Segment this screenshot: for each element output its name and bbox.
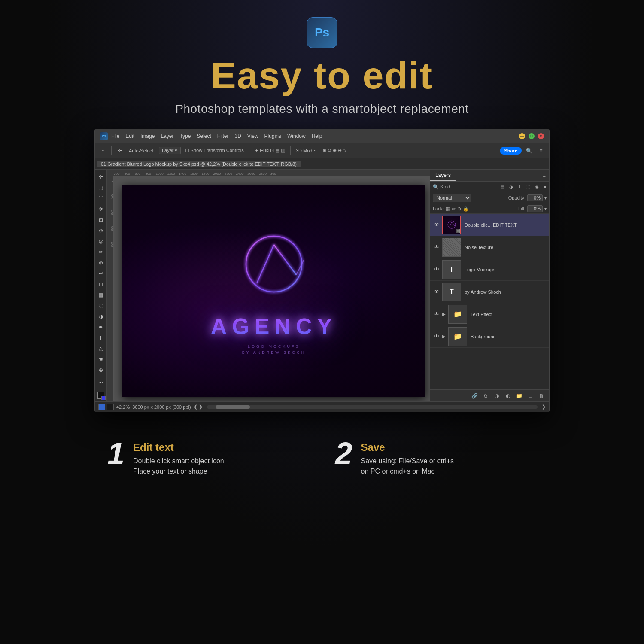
- close-button[interactable]: ✕: [538, 133, 544, 139]
- lock-artboard-icon[interactable]: ⊕: [457, 206, 461, 212]
- eyedropper-tool[interactable]: ⊘: [96, 226, 106, 235]
- lock-pixels-icon[interactable]: ▦: [446, 206, 450, 212]
- menu-layer[interactable]: Layer: [161, 133, 173, 139]
- layer-dropdown[interactable]: Layer ▾: [159, 147, 181, 154]
- text-filter-icon[interactable]: T: [516, 183, 523, 190]
- scrollbar-thumb[interactable]: [216, 405, 250, 409]
- layer-item-noise[interactable]: 👁 Noise Texture: [430, 236, 549, 258]
- select-tool[interactable]: ⬚: [96, 183, 106, 192]
- menu-filter[interactable]: Filter: [217, 133, 229, 139]
- pixel-filter-icon[interactable]: ▤: [499, 183, 506, 190]
- fill-label: Fill:: [518, 206, 526, 211]
- hand-tool[interactable]: ☚: [96, 355, 106, 364]
- zoom-tool[interactable]: ⊕: [96, 365, 106, 375]
- maximize-button[interactable]: □: [529, 133, 535, 139]
- layer-item-by-andrew[interactable]: 👁 T by Andrew Skoch: [430, 281, 549, 303]
- share-button[interactable]: Share: [500, 147, 522, 155]
- foreground-swatch[interactable]: [98, 404, 105, 410]
- background-color[interactable]: [101, 396, 106, 400]
- toolbar-sep1: [111, 146, 112, 155]
- menu-plugins[interactable]: Plugins: [264, 133, 281, 139]
- minimize-button[interactable]: —: [519, 133, 525, 139]
- layer-item-background[interactable]: 👁 ▶ 📁 Background: [430, 325, 549, 348]
- document-dimensions: 3000 px x 2000 px (300 ppi): [132, 404, 191, 410]
- layer-item-smart-object[interactable]: 👁 ⊞: [430, 214, 549, 236]
- lasso-tool[interactable]: ⌒: [96, 194, 106, 203]
- shape-tool[interactable]: △: [96, 344, 106, 353]
- folder-expand-5[interactable]: ▶: [442, 312, 446, 316]
- menu-help[interactable]: Help: [312, 133, 322, 139]
- filter-icon-label: 🔍: [433, 184, 439, 190]
- adjustment-filter-icon[interactable]: ◑: [507, 183, 514, 190]
- blend-mode-select[interactable]: Normal Multiply Screen: [433, 194, 471, 202]
- foreground-color[interactable]: [97, 392, 104, 399]
- move-tool[interactable]: ✛: [96, 172, 106, 182]
- blur-tool[interactable]: ◌: [96, 301, 106, 310]
- extra-tools[interactable]: …: [96, 376, 106, 386]
- agency-canvas: AGENCY LOGO MOCKUPS BY ANDREW SKOCH: [122, 185, 425, 397]
- clone-tool[interactable]: ⊕: [96, 258, 106, 267]
- properties-icon[interactable]: ≡: [536, 146, 546, 155]
- move-tool-icon[interactable]: ✛: [115, 146, 125, 155]
- transform-controls-checkbox[interactable]: ☐ Show Transform Controls: [183, 147, 246, 154]
- text-tool[interactable]: T: [96, 333, 106, 343]
- panel-menu-icon[interactable]: ≡: [543, 173, 546, 178]
- document-tab[interactable]: 01 Gradient Blurred Logo Mockup by Sko4.…: [97, 161, 301, 167]
- layer-name-1: Double clic... EDIT TEXT: [465, 222, 545, 228]
- layer-visibility-3[interactable]: 👁: [433, 266, 440, 273]
- filter-toggle[interactable]: ●: [544, 184, 547, 189]
- menu-view[interactable]: View: [247, 133, 258, 139]
- 3d-mode-label: 3D Mode:: [294, 147, 318, 154]
- delete-layer-icon[interactable]: 🗑: [537, 392, 546, 400]
- layer-visibility-6[interactable]: 👁: [433, 333, 440, 340]
- folder-expand-6[interactable]: ▶: [442, 334, 446, 339]
- home-icon[interactable]: ⌂: [98, 146, 108, 155]
- magic-wand-tool[interactable]: ✲: [96, 204, 106, 214]
- menu-select[interactable]: Select: [197, 133, 211, 139]
- new-layer-icon[interactable]: □: [526, 392, 535, 400]
- add-mask-icon[interactable]: ◑: [492, 392, 501, 400]
- gradient-tool[interactable]: ▦: [96, 290, 106, 300]
- crop-tool[interactable]: ⊡: [96, 215, 106, 225]
- search-icon[interactable]: 🔍: [524, 146, 534, 155]
- menu-edit[interactable]: Edit: [125, 133, 134, 139]
- horizontal-scrollbar[interactable]: [207, 405, 538, 409]
- menu-image[interactable]: Image: [140, 133, 155, 139]
- panel-header-icons: ≡: [543, 170, 549, 181]
- layer-visibility-1[interactable]: 👁: [433, 221, 440, 229]
- shape-filter-icon[interactable]: ⬚: [525, 183, 532, 190]
- layer-item-text-effect[interactable]: 👁 ▶ 📁 Text Effect: [430, 303, 549, 325]
- layer-visibility-4[interactable]: 👁: [433, 288, 440, 296]
- pen-tool[interactable]: ✒: [96, 322, 106, 332]
- titlebar-controls: — □ ✕: [519, 133, 544, 139]
- opacity-value[interactable]: 0%: [527, 194, 543, 201]
- menu-file[interactable]: File: [111, 133, 119, 139]
- adjustment-layer-icon[interactable]: ◐: [504, 392, 512, 400]
- photoshop-window: Ps File Edit Image Layer Type Select Fil…: [94, 129, 550, 412]
- tab-bar: 01 Gradient Blurred Logo Mockup by Sko4.…: [95, 158, 549, 170]
- menu-window[interactable]: Window: [287, 133, 306, 139]
- layer-visibility-2[interactable]: 👁: [433, 243, 440, 251]
- fill-value[interactable]: 0%: [527, 205, 543, 212]
- menu-bar[interactable]: File Edit Image Layer Type Select Filter…: [111, 133, 519, 139]
- status-bar: 42,2% 3000 px x 2000 px (300 ppi) ❮ ❯ ❯: [95, 401, 549, 412]
- spot-heal-tool[interactable]: ◎: [96, 237, 106, 246]
- options-toolbar: ⌂ ✛ Auto-Select: Layer ▾ ☐ Show Transfor…: [95, 143, 549, 158]
- dodge-tool[interactable]: ◑: [96, 312, 106, 321]
- link-layers-icon[interactable]: 🔗: [470, 392, 479, 400]
- layer-visibility-5[interactable]: 👁: [433, 310, 440, 318]
- layer-item-logo-mockups[interactable]: 👁 T Logo Mockups: [430, 258, 549, 281]
- menu-type[interactable]: Type: [179, 133, 191, 139]
- eraser-tool[interactable]: ◻: [96, 279, 106, 289]
- fx-icon[interactable]: fx: [481, 392, 490, 400]
- new-group-icon[interactable]: 📁: [515, 392, 523, 400]
- logo-small-text1: LOGO MOCKUPS: [248, 344, 300, 349]
- menu-3d[interactable]: 3D: [234, 133, 241, 139]
- history-brush-tool[interactable]: ↩: [96, 269, 106, 278]
- brush-tool[interactable]: ✏: [96, 247, 106, 257]
- background-swatch[interactable]: [107, 404, 114, 410]
- lock-position-icon[interactable]: ✏: [452, 206, 456, 212]
- lock-all-icon[interactable]: 🔒: [463, 206, 469, 212]
- layers-tab[interactable]: Layers: [430, 170, 456, 181]
- smart-filter-icon[interactable]: ◉: [533, 183, 540, 190]
